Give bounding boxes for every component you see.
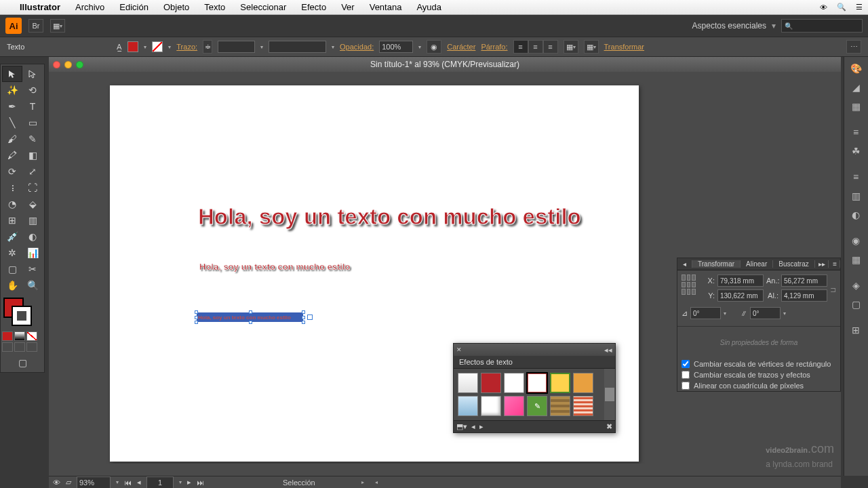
graphic-styles-panel-icon[interactable]: ▦ xyxy=(846,251,866,268)
transform-panel-icon[interactable]: ⊞ xyxy=(846,321,866,339)
first-artboard-icon[interactable]: ⏮ xyxy=(124,479,132,487)
free-transform-tool[interactable]: ⛶ xyxy=(22,180,43,196)
color-mode-button[interactable] xyxy=(2,331,13,341)
align-right-button[interactable]: ≡ xyxy=(543,40,558,54)
panel-close-icon[interactable]: ✕ xyxy=(456,346,462,353)
perspective-tool[interactable]: ⬙ xyxy=(22,196,43,212)
scale-strokes-checkbox[interactable] xyxy=(682,371,690,379)
tab-arrow-icon[interactable]: ◂ xyxy=(677,260,692,268)
style-swatch[interactable] xyxy=(481,396,501,416)
magic-wand-tool[interactable]: ✨ xyxy=(2,82,22,98)
align-to-button[interactable]: ▦▾ xyxy=(564,40,578,54)
style-swatch-selected[interactable] xyxy=(527,373,547,393)
paintbrush-tool[interactable]: 🖌 xyxy=(2,131,22,147)
slice-tool[interactable]: ✂ xyxy=(22,261,43,277)
menu-texto[interactable]: Texto xyxy=(197,2,233,12)
close-window-button[interactable] xyxy=(53,61,60,68)
style-swatch[interactable] xyxy=(550,396,570,416)
shear-input[interactable] xyxy=(750,307,781,319)
color-guide-icon[interactable]: ◢ xyxy=(846,79,866,96)
transparency-panel-icon[interactable]: ◐ xyxy=(846,206,866,224)
scroll-left-icon[interactable]: ◂ xyxy=(375,479,378,485)
rotate-tool[interactable]: ⟳ xyxy=(2,163,22,180)
selection-handle[interactable] xyxy=(302,321,305,324)
arrange-docs-button[interactable]: ▦▾ xyxy=(50,19,65,33)
menu-app[interactable]: Illustrator xyxy=(12,2,68,12)
prev-style-icon[interactable]: ◂ xyxy=(471,422,475,431)
gradient-mode-button[interactable] xyxy=(14,331,25,341)
style-swatch[interactable] xyxy=(458,396,478,416)
draw-normal-button[interactable] xyxy=(2,342,13,352)
last-artboard-icon[interactable]: ⏭ xyxy=(197,479,204,487)
opacity-link[interactable]: Opacidad: xyxy=(340,43,374,51)
style-swatch[interactable] xyxy=(550,373,570,393)
selected-text-object[interactable]: Hola, soy un texto con mucho estilo xyxy=(197,312,303,322)
spotlight-icon[interactable]: 🔍 xyxy=(837,3,846,12)
style-swatch[interactable] xyxy=(573,373,593,393)
tab-buscatraz[interactable]: Buscatraz xyxy=(773,260,814,268)
graph-tool[interactable]: 📊 xyxy=(22,245,43,261)
style-swatch[interactable] xyxy=(504,396,524,416)
none-mode-button[interactable] xyxy=(26,331,37,341)
lasso-tool[interactable]: ⟲ xyxy=(22,82,43,98)
x-input[interactable] xyxy=(717,274,764,287)
nav-icon[interactable]: ▱ xyxy=(66,478,71,487)
parrafo-link[interactable]: Párrafo: xyxy=(481,43,507,51)
style-swatch[interactable]: ✎ xyxy=(527,396,547,416)
prev-artboard-icon[interactable]: ◂ xyxy=(137,478,141,487)
styled-text-medium[interactable]: Hola, soy un texto con mucho estilo xyxy=(199,262,350,272)
selection-handle[interactable] xyxy=(195,321,198,324)
selection-handle[interactable] xyxy=(302,310,305,314)
panel-scrollbar[interactable] xyxy=(604,369,615,420)
pen-tool[interactable]: ✒ xyxy=(2,98,22,115)
blob-brush-tool[interactable]: 🖍 xyxy=(2,147,22,163)
pixel-align-checkbox[interactable] xyxy=(682,382,690,390)
selection-handle[interactable] xyxy=(249,321,252,324)
stroke-weight-stepper[interactable]: ≑ xyxy=(203,40,212,54)
recolor-button[interactable]: ◉ xyxy=(427,40,441,54)
fill-stroke-indicator[interactable] xyxy=(2,296,43,330)
hand-tool[interactable]: ✋ xyxy=(2,277,22,293)
symbol-sprayer-tool[interactable]: ✲ xyxy=(2,245,22,261)
styled-text-large[interactable]: Hola, soy un texto con mucho estilo xyxy=(198,204,581,230)
selection-handle[interactable] xyxy=(302,316,305,319)
panel-expand-icon[interactable]: ▸▸ xyxy=(816,260,829,268)
menu-ver[interactable]: Ver xyxy=(334,2,362,12)
style-swatch[interactable] xyxy=(504,373,524,393)
chevron-down-icon[interactable]: ▾ xyxy=(772,21,776,30)
rectangle-tool[interactable]: ▭ xyxy=(22,115,43,131)
text-thread-out-port[interactable] xyxy=(307,314,313,320)
scale-tool[interactable]: ⤢ xyxy=(22,163,43,180)
next-style-icon[interactable]: ▸ xyxy=(479,422,484,431)
selection-handle[interactable] xyxy=(195,310,198,314)
search-input[interactable]: 🔍 xyxy=(781,19,863,33)
color-panel-icon[interactable]: 🎨 xyxy=(846,60,866,77)
zoom-tool[interactable]: 🔍 xyxy=(22,277,43,293)
align-center-button[interactable]: ≡ xyxy=(528,40,543,54)
panel-collapse-icon[interactable]: ◂◂ xyxy=(604,346,612,354)
draw-inside-button[interactable] xyxy=(26,342,37,352)
direct-selection-tool[interactable] xyxy=(22,66,43,82)
library-menu-icon[interactable]: ⬒▾ xyxy=(456,422,467,431)
menu-seleccionar[interactable]: Seleccionar xyxy=(233,2,294,12)
selection-tool[interactable] xyxy=(2,66,22,82)
mesh-tool[interactable]: ⊞ xyxy=(2,212,22,228)
width-input[interactable] xyxy=(781,274,827,287)
style-swatch[interactable] xyxy=(481,373,501,393)
menu-archivo[interactable]: Archivo xyxy=(68,2,112,12)
artboards-panel-icon[interactable]: ▢ xyxy=(846,296,866,313)
fill-swatch[interactable] xyxy=(127,41,138,52)
fill-dropdown-icon[interactable]: ▾ xyxy=(144,44,146,50)
artboard-tool[interactable]: ▢ xyxy=(2,261,22,277)
workspace-label[interactable]: Aspectos esenciales xyxy=(692,21,766,30)
panel-menu-button[interactable]: ⋯ xyxy=(846,40,861,54)
stroke-weight-input[interactable] xyxy=(218,41,255,53)
transform-each-button[interactable]: ▦▾ xyxy=(584,40,599,54)
style-swatch[interactable] xyxy=(573,396,593,416)
caracter-link[interactable]: Carácter xyxy=(447,43,475,51)
artboard-input[interactable] xyxy=(146,476,174,489)
pencil-tool[interactable]: ✎ xyxy=(22,131,43,147)
zoom-input[interactable] xyxy=(77,476,111,489)
menu-ventana[interactable]: Ventana xyxy=(362,2,410,12)
eye-icon[interactable]: 👁 xyxy=(820,3,827,12)
